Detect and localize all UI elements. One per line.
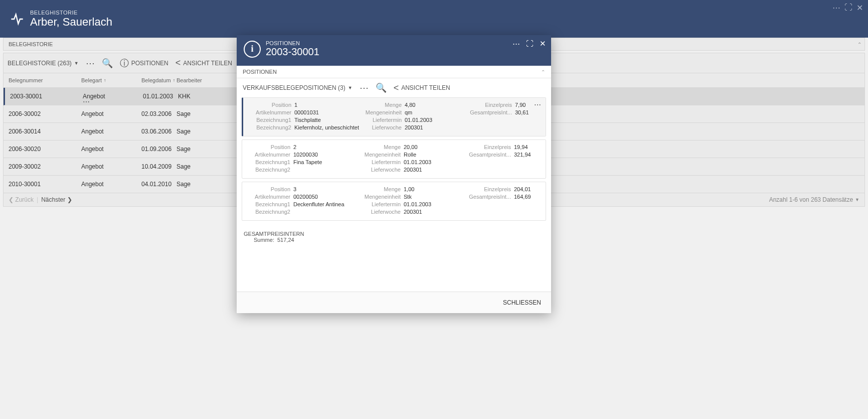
col-belegdatum[interactable]: Belegdatum↑ [136,73,171,87]
cell-belegart: Angebot [76,123,136,140]
modal-subtitle: POSITIONEN [266,40,319,46]
positions-list: ⋯Position1Artikelnummer00001031Bezeichnu… [237,97,551,229]
list-dropdown-label: BELEGHISTORIE (263) [8,60,72,67]
modal-toolbar: VERKAUFSBELEGEPOSITIONEN (3) ▼ ⋯ 🔍 < ANS… [237,78,551,97]
caret-down-icon: ▼ [855,197,859,202]
col-belegart[interactable]: Belegart↑ [76,73,136,87]
positionen-label: POSITIONEN [131,60,168,67]
col-belegnummer[interactable]: Belegnummer [4,73,76,87]
more-dots-icon[interactable]: ⋯ [832,3,840,13]
summary-label: GESAMTPREISINTERN [244,231,544,237]
card-more-icon[interactable]: ⋯ [534,101,542,109]
cell-belegart: Angebot [76,158,136,175]
cell-belegdatum: 03.06.2006 [136,123,171,140]
expand-icon[interactable]: ⛶ [526,39,534,48]
positionen-button[interactable]: ⓘ POSITIONEN [120,57,168,69]
share-label: ANSICHT TEILEN [183,60,232,67]
header-subtitle: BELEGHISTORIE [30,10,112,16]
modal-search-button[interactable]: 🔍 [376,82,387,93]
caret-down-icon: ▼ [74,61,79,66]
close-icon[interactable]: ✕ [856,3,863,13]
cell-belegnummer: 2006-30020 [4,141,76,158]
modal-more-actions[interactable]: ⋯ [360,82,369,93]
next-button[interactable]: Nächster ❯ [41,196,72,203]
breadcrumb-label: BELEGHISTORIE [9,41,53,47]
cell-belegdatum: 01.09.2006 [136,141,171,158]
chevron-up-icon: ⌃ [541,69,545,75]
record-count[interactable]: Anzahl 1-6 von 263 Datensätze ▼ [769,196,859,203]
search-button[interactable]: 🔍 [102,58,113,69]
share-view-button[interactable]: < ANSICHT TEILEN [176,58,232,68]
cell-belegnummer: 2009-30002 [4,158,76,175]
summe-value: 517,24 [277,237,294,243]
cell-belegart: Angebot [76,176,136,193]
close-button[interactable]: SCHLIESSEN [503,299,541,306]
info-icon: ⓘ [120,57,129,69]
more-dots-icon: ⋯ [360,82,369,93]
cell-belegnummer: 2006-30002 [4,105,76,122]
more-dots-icon: ⋯ [86,58,95,69]
caret-down-icon: ▼ [348,85,353,90]
sort-asc-icon: ↑ [104,78,106,83]
info-icon: i [244,41,261,58]
close-icon[interactable]: ✕ [540,39,546,48]
modal-list-dropdown[interactable]: VERKAUFSBELEGEPOSITIONEN (3) ▼ [243,84,353,91]
header-title: Arber, Sauerlach [30,16,112,29]
cell-belegart: Angebot [76,141,136,158]
cell-belegnummer: 2010-30001 [4,176,76,193]
modal-title: 2003-30001 [266,46,319,58]
cell-belegdatum: 04.01.2010 [136,176,171,193]
search-icon: 🔍 [376,82,387,93]
modal-summary: GESAMTPREISINTERN Summe: 517,24 [237,229,551,250]
app-header: BELEGHISTORIE Arber, Sauerlach ⋯ ⛶ ✕ [0,0,868,38]
cell-belegdatum: 10.04.2009 [136,158,171,175]
search-icon: 🔍 [102,58,113,69]
position-card[interactable]: Position2Artikelnummer10200030Bezeichnun… [242,139,546,179]
share-icon: < [394,83,399,93]
back-button[interactable]: ❮ Zurück [9,196,34,203]
position-card[interactable]: Position3Artikelnummer00200050Bezeichnun… [242,182,546,221]
list-dropdown[interactable]: BELEGHISTORIE (263) ▼ [8,60,79,67]
share-icon: < [176,58,181,68]
summe-label: Summe: [254,237,274,243]
activity-icon [10,11,26,27]
modal-header: i POSITIONEN 2003-30001 ⋯ ⛶ ✕ [237,35,551,66]
positionen-modal: i POSITIONEN 2003-30001 ⋯ ⛶ ✕ POSITIONEN… [237,35,551,313]
modal-share-button[interactable]: < ANSICHT TEILEN [394,83,450,93]
cell-belegdatum: 01.01.2003 [138,88,173,105]
cell-belegnummer: 2006-30014 [4,123,76,140]
position-card[interactable]: ⋯Position1Artikelnummer00001031Bezeichnu… [242,97,546,136]
cell-belegnummer: 2003-30001 [5,88,78,105]
cell-belegdatum: 02.03.2006 [136,105,171,122]
more-actions[interactable]: ⋯ [86,58,95,69]
fullscreen-icon[interactable]: ⛶ [844,3,852,13]
modal-section-header[interactable]: POSITIONEN ⌃ [237,66,551,78]
chevron-up-icon[interactable]: ⌃ [857,42,861,47]
cell-belegart: Angebot [76,105,136,122]
more-dots-icon[interactable]: ⋯ [512,39,520,48]
modal-footer: SCHLIESSEN [237,292,551,313]
